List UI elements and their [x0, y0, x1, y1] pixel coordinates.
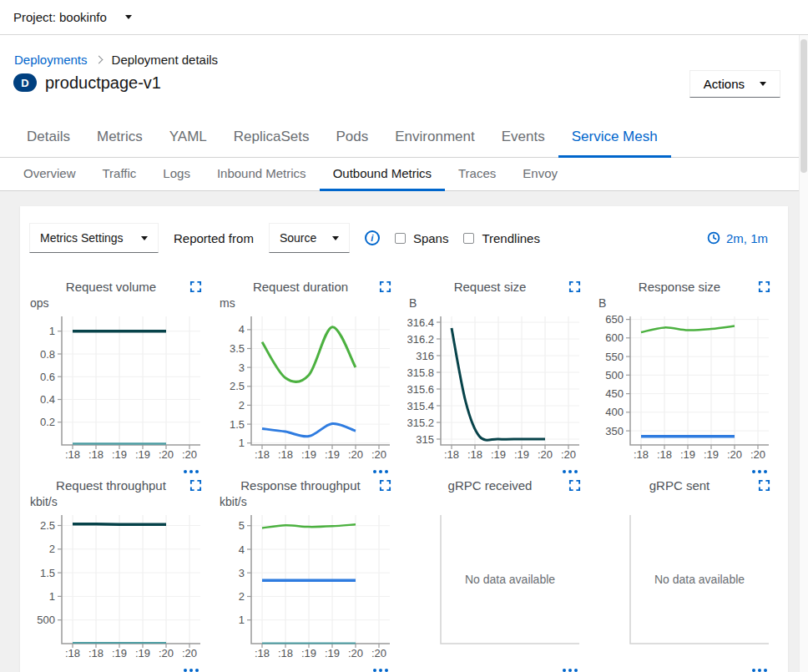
checkbox-box[interactable] [395, 233, 406, 244]
chart-kebab-menu[interactable] [597, 669, 779, 672]
svg-text:2: 2 [49, 543, 55, 555]
page-title: productpage-v1 [45, 73, 161, 93]
trendlines-checkbox[interactable]: Trendlines [463, 231, 539, 245]
caret-down-icon [332, 236, 339, 240]
chart-title: Response size [639, 280, 720, 294]
breadcrumb-link-deployments[interactable]: Deployments [14, 53, 88, 67]
chart-grpc-sent: gRPC sentNo data available [597, 478, 779, 672]
svg-text::19: :19 [112, 448, 127, 461]
project-switcher-label: Project: bookinfo [13, 10, 107, 24]
tab-events[interactable]: Events [488, 119, 558, 158]
svg-text:550: 550 [605, 351, 624, 363]
svg-text:3: 3 [239, 361, 245, 374]
chart-header: Request size [407, 280, 589, 296]
expand-icon[interactable] [189, 479, 202, 492]
vertical-scrollbar[interactable] [799, 35, 808, 672]
svg-text::19: :19 [135, 647, 150, 659]
chart-unit-label [409, 495, 589, 510]
svg-text:0.8: 0.8 [40, 348, 55, 361]
svg-text::18: :18 [467, 448, 482, 461]
chart-header: gRPC sent [597, 478, 779, 495]
expand-icon[interactable] [189, 280, 202, 293]
svg-text:1: 1 [49, 325, 55, 337]
chart-plot: No data available [597, 510, 779, 665]
svg-text:3.5: 3.5 [230, 342, 245, 355]
subtab-envoy[interactable]: Envoy [509, 158, 571, 191]
svg-text::18: :18 [88, 647, 104, 659]
chart-kebab-menu[interactable] [218, 669, 400, 672]
tab-environment[interactable]: Environment [381, 119, 487, 158]
chart-title: Request throughput [56, 478, 166, 493]
tab-yaml[interactable]: YAML [156, 119, 220, 158]
actions-button[interactable]: Actions [689, 70, 780, 98]
chart-kebab-menu[interactable] [28, 669, 210, 672]
actions-label: Actions [704, 77, 745, 91]
svg-text:2: 2 [239, 399, 245, 412]
svg-text::20: :20 [371, 647, 386, 659]
chart-kebab-menu[interactable] [407, 470, 589, 473]
spans-checkbox[interactable]: Spans [395, 231, 449, 245]
time-range-button[interactable]: 2m, 1m [707, 231, 768, 245]
subtab-outbound-metrics[interactable]: Outbound Metrics [320, 158, 445, 191]
subtab-logs[interactable]: Logs [149, 158, 204, 191]
svg-text:650: 650 [605, 313, 624, 326]
expand-icon[interactable] [379, 479, 391, 492]
svg-text::20: :20 [727, 448, 742, 461]
source-dropdown[interactable]: Source [269, 223, 350, 253]
subtab-inbound-metrics[interactable]: Inbound Metrics [204, 158, 320, 191]
svg-text::19: :19 [135, 448, 150, 461]
chart-kebab-menu[interactable] [28, 470, 210, 473]
svg-text:No data available: No data available [465, 573, 555, 586]
tab-pods[interactable]: Pods [323, 119, 382, 158]
svg-text:315.6: 315.6 [407, 383, 434, 396]
tab-service-mesh[interactable]: Service Mesh [558, 119, 671, 158]
svg-text:2: 2 [239, 590, 245, 603]
tab-replicasets[interactable]: ReplicaSets [220, 119, 323, 158]
svg-text:315: 315 [416, 433, 434, 446]
metrics-settings-label: Metrics Settings [40, 231, 124, 245]
svg-text:0.6: 0.6 [40, 371, 55, 383]
source-label: Source [280, 231, 316, 245]
svg-text::19: :19 [514, 448, 529, 461]
chart-kebab-menu[interactable] [407, 669, 589, 672]
scrollbar-thumb[interactable] [800, 39, 807, 173]
primary-tabs: DetailsMetricsYAMLReplicaSetsPodsEnviron… [0, 119, 808, 158]
masthead: Project: bookinfo [0, 0, 808, 35]
chart-unit-label: ms [220, 296, 400, 311]
subtab-traffic[interactable]: Traffic [89, 158, 150, 191]
caret-down-icon [760, 82, 766, 86]
chart-title: Request volume [66, 280, 156, 294]
svg-text:400: 400 [605, 406, 624, 418]
svg-text::19: :19 [112, 647, 127, 659]
tab-details[interactable]: Details [13, 119, 83, 158]
svg-text::20: :20 [348, 448, 363, 461]
chart-kebab-menu[interactable] [597, 470, 779, 473]
svg-text:1.5: 1.5 [40, 567, 55, 579]
svg-text:1.5: 1.5 [230, 418, 245, 431]
svg-text::20: :20 [159, 647, 174, 659]
project-switcher[interactable]: Project: bookinfo [13, 10, 132, 24]
subtab-overview[interactable]: Overview [10, 158, 89, 191]
checkbox-box[interactable] [463, 233, 474, 244]
svg-text::18: :18 [255, 448, 270, 461]
svg-text::20: :20 [750, 448, 765, 461]
svg-text::20: :20 [538, 448, 553, 461]
info-icon[interactable]: i [365, 230, 380, 245]
expand-icon[interactable] [568, 479, 581, 492]
chart-title: Request duration [253, 280, 348, 294]
subtab-traces[interactable]: Traces [445, 158, 509, 191]
metrics-settings-dropdown[interactable]: Metrics Settings [29, 223, 159, 253]
svg-text::20: :20 [182, 448, 197, 461]
svg-text:316.4: 316.4 [407, 316, 434, 329]
chart-kebab-menu[interactable] [218, 470, 400, 473]
time-range-label: 2m, 1m [726, 231, 768, 245]
expand-icon[interactable] [379, 280, 391, 293]
expand-icon[interactable] [568, 280, 581, 293]
caret-down-icon [141, 236, 148, 240]
svg-text::20: :20 [182, 647, 197, 659]
reported-from-label: Reported from [174, 231, 254, 245]
chart-unit-label: B [409, 296, 589, 311]
expand-icon[interactable] [758, 280, 770, 293]
tab-metrics[interactable]: Metrics [83, 119, 156, 158]
expand-icon[interactable] [758, 479, 770, 492]
